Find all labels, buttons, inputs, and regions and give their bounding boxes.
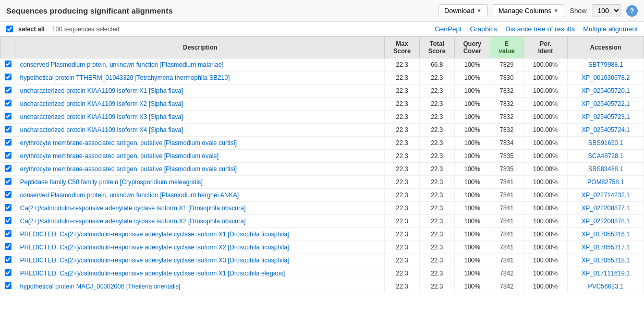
cell-max-score: 22.3 xyxy=(385,241,420,254)
help-button[interactable]: ? xyxy=(626,5,638,17)
sequence-description-link[interactable]: Peptidase family C50 family protein [Cry… xyxy=(20,178,203,186)
sequence-description-link[interactable]: PREDICTED: Ca(2+)/calmodulin-responsive … xyxy=(20,270,285,277)
sequence-description-link[interactable]: PREDICTED: Ca(2+)/calmodulin-responsive … xyxy=(20,257,289,264)
col-header-total-score: TotalScore xyxy=(419,37,454,58)
row-checkbox[interactable] xyxy=(5,269,11,276)
sequence-description-link[interactable]: uncharacterized protein KIAA1109 isoform… xyxy=(20,113,184,121)
cell-max-score: 22.3 xyxy=(385,163,420,176)
accession-link[interactable]: XP_017055318.1 xyxy=(581,257,630,264)
cell-total-score: 22.3 xyxy=(419,176,454,189)
accession-link[interactable]: XP_022208877.1 xyxy=(581,205,630,212)
row-checkbox[interactable] xyxy=(5,204,11,211)
cell-e-value: 7832 xyxy=(490,85,523,98)
accession-link[interactable]: XP_025405724.1 xyxy=(581,126,630,134)
select-all-checkbox[interactable] xyxy=(6,26,13,32)
row-checkbox[interactable] xyxy=(5,256,11,263)
accession-link[interactable]: PVC56633.1 xyxy=(588,283,624,290)
table-row: conserved Plasmodium protein, unknown fu… xyxy=(1,189,644,202)
help-icon: ? xyxy=(630,7,634,15)
row-checkbox[interactable] xyxy=(5,74,11,80)
table-row: uncharacterized protein KIAA1109 isoform… xyxy=(1,124,644,137)
sequence-description-link[interactable]: hypothetical protein TTHERM_01043320 [Te… xyxy=(20,74,230,81)
sequence-description-link[interactable]: uncharacterized protein KIAA1109 isoform… xyxy=(20,126,184,134)
accession-link[interactable]: XP_025405720.1 xyxy=(581,87,630,94)
cell-per-ident: 100.00% xyxy=(523,150,567,163)
accession-link[interactable]: SBS83488.1 xyxy=(588,165,623,173)
cell-query-cover: 100% xyxy=(454,202,490,215)
sequence-description-link[interactable]: erythrocyte membrane-associated antigen,… xyxy=(20,165,237,173)
accession-link[interactable]: XP_001030678.2 xyxy=(581,74,630,81)
row-checkbox[interactable] xyxy=(5,217,11,224)
accession-link[interactable]: XP_017055317.1 xyxy=(581,244,630,251)
accession-link[interactable]: XP_022208878.1 xyxy=(581,218,630,225)
download-button[interactable]: Download ▼ xyxy=(439,4,488,17)
sequence-description-link[interactable]: hypothetical protein MACJ_00002006 [Thei… xyxy=(20,283,181,290)
genpept-link[interactable]: GenPept xyxy=(435,25,461,33)
sequence-description-link[interactable]: conserved Plasmodium protein, unknown fu… xyxy=(20,61,224,68)
cell-per-ident: 100.00% xyxy=(523,98,567,111)
row-checkbox[interactable] xyxy=(5,152,11,159)
cell-max-score: 22.3 xyxy=(385,215,420,228)
sequence-description-link[interactable]: Ca(2+)/calmodulin-responsive adenylate c… xyxy=(20,218,246,225)
cell-e-value: 7832 xyxy=(490,124,523,137)
sequence-description-link[interactable]: uncharacterized protein KIAA1109 isoform… xyxy=(20,100,184,107)
table-row: PREDICTED: Ca(2+)/calmodulin-responsive … xyxy=(1,254,644,267)
accession-link[interactable]: SBS91650.1 xyxy=(588,139,623,147)
cell-total-score: 22.3 xyxy=(419,215,454,228)
accession-link[interactable]: XP_025405722.1 xyxy=(581,100,630,107)
row-checkbox[interactable] xyxy=(5,165,11,172)
col-header-check xyxy=(1,37,16,58)
manage-columns-button[interactable]: Manage Columns ▼ xyxy=(493,4,565,17)
accession-link[interactable]: XP_017111619.1 xyxy=(581,270,630,277)
row-checkbox[interactable] xyxy=(5,230,11,237)
accession-link[interactable]: POM82758.1 xyxy=(587,178,624,186)
cell-total-score: 22.3 xyxy=(419,267,454,280)
sequence-description-link[interactable]: Ca(2+)/calmodulin-responsive adenylate c… xyxy=(20,205,246,212)
cell-max-score: 22.3 xyxy=(385,150,420,163)
header-controls: Download ▼ Manage Columns ▼ Show 10 20 5… xyxy=(439,4,638,17)
row-checkbox[interactable] xyxy=(5,191,11,198)
row-checkbox[interactable] xyxy=(5,100,11,106)
table-row: PREDICTED: Ca(2+)/calmodulin-responsive … xyxy=(1,241,644,254)
show-select[interactable]: 10 20 50 100 200 xyxy=(592,4,621,17)
cell-max-score: 22.3 xyxy=(385,111,420,124)
row-checkbox[interactable] xyxy=(5,113,11,119)
cell-query-cover: 100% xyxy=(454,137,490,150)
row-checkbox[interactable] xyxy=(5,87,11,93)
multiple-alignment-link[interactable]: Multiple alignment xyxy=(583,25,638,33)
sequence-description-link[interactable]: erythrocyte membrane-associated antigen,… xyxy=(20,139,237,147)
graphics-link[interactable]: Graphics xyxy=(470,25,497,33)
accession-link[interactable]: SBT79988.1 xyxy=(588,61,623,68)
table-row: erythrocyte membrane-associated antigen,… xyxy=(1,163,644,176)
accession-link[interactable]: XP_025405723.1 xyxy=(581,113,630,121)
sequence-description-link[interactable]: erythrocyte membrane-associated antigen,… xyxy=(20,152,219,160)
distance-tree-link[interactable]: Distance tree of results xyxy=(505,25,575,33)
cell-max-score: 22.3 xyxy=(385,137,420,150)
accession-link[interactable]: XP_022714232.1 xyxy=(581,191,630,199)
col-header-max-score: MaxScore xyxy=(385,37,420,58)
cell-max-score: 22.3 xyxy=(385,98,420,111)
cell-per-ident: 100.00% xyxy=(523,71,567,85)
row-checkbox[interactable] xyxy=(5,139,11,146)
sequence-description-link[interactable]: uncharacterized protein KIAA1109 isoform… xyxy=(20,87,184,94)
row-checkbox[interactable] xyxy=(5,61,11,67)
cell-per-ident: 100.00% xyxy=(523,189,567,202)
cell-max-score: 22.3 xyxy=(385,189,420,202)
cell-e-value: 7832 xyxy=(490,98,523,111)
cell-query-cover: 100% xyxy=(454,228,490,241)
row-checkbox[interactable] xyxy=(5,282,11,289)
accession-link[interactable]: XP_017055316.1 xyxy=(581,231,630,238)
cell-per-ident: 100.00% xyxy=(523,254,567,267)
cell-total-score: 22.3 xyxy=(419,254,454,267)
cell-total-score: 22.3 xyxy=(419,150,454,163)
sequence-description-link[interactable]: conserved Plasmodium protein, unknown fu… xyxy=(20,191,239,199)
row-checkbox[interactable] xyxy=(5,178,11,185)
accession-link[interactable]: SCA48728.1 xyxy=(588,152,624,160)
sequence-description-link[interactable]: PREDICTED: Ca(2+)/calmodulin-responsive … xyxy=(20,231,289,238)
row-checkbox[interactable] xyxy=(5,126,11,133)
sequence-description-link[interactable]: PREDICTED: Ca(2+)/calmodulin-responsive … xyxy=(20,244,289,251)
cell-per-ident: 100.00% xyxy=(523,228,567,241)
row-checkbox[interactable] xyxy=(5,243,11,250)
table-row: Ca(2+)/calmodulin-responsive adenylate c… xyxy=(1,202,644,215)
table-row: erythrocyte membrane-associated antigen,… xyxy=(1,137,644,150)
